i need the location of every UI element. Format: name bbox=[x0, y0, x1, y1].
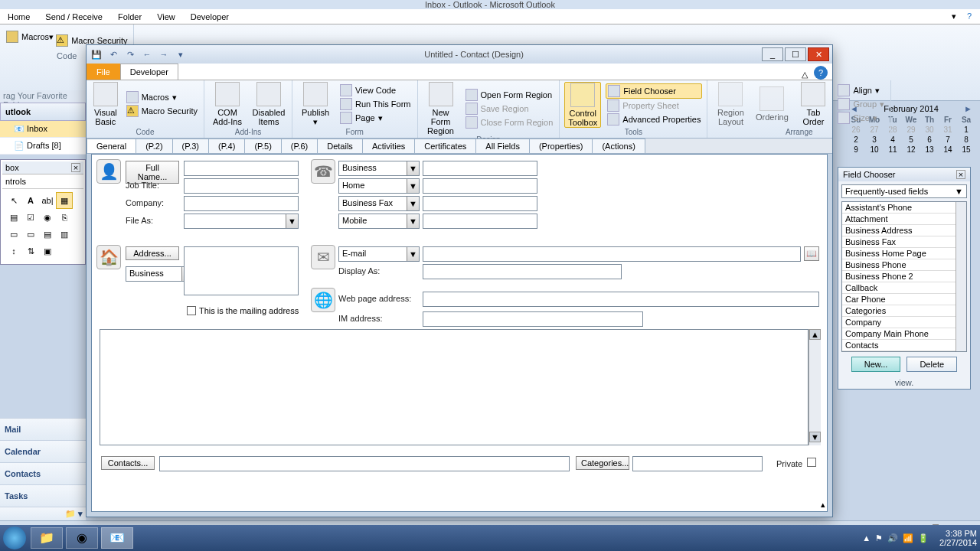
phone4-type-combo[interactable]: Mobile▼ bbox=[338, 214, 420, 229]
toggle-tool-icon[interactable]: ⎘ bbox=[56, 209, 73, 226]
expand-icon[interactable]: ▴ bbox=[821, 500, 825, 510]
back-icon[interactable]: ← bbox=[140, 47, 154, 61]
nav-inbox[interactable]: 📧 Inbox bbox=[0, 121, 86, 138]
system-tray[interactable]: ▲ ⚑ 🔊 📶 🔋 3:38 PM2/27/2014 bbox=[862, 529, 977, 547]
maximize-button[interactable]: ☐ bbox=[785, 47, 806, 61]
field-chooser-close-icon[interactable]: × bbox=[956, 170, 965, 179]
run-form-button[interactable]: Run This Form bbox=[338, 97, 413, 111]
list-item[interactable]: Business Fax bbox=[842, 236, 966, 248]
macros-button[interactable]: Macros ▾ bbox=[125, 90, 199, 104]
phone1-type-combo[interactable]: Business▼ bbox=[338, 161, 420, 176]
page-tab-p5[interactable]: (P.5) bbox=[244, 139, 281, 153]
phone3-input[interactable] bbox=[423, 196, 537, 211]
page-tab-p4[interactable]: (P.4) bbox=[208, 139, 245, 153]
private-checkbox[interactable] bbox=[807, 458, 816, 467]
option-tool-icon[interactable]: ◉ bbox=[39, 209, 56, 226]
display-as-input[interactable] bbox=[423, 264, 622, 279]
contacts-input[interactable] bbox=[159, 456, 570, 471]
field-category-combo[interactable]: Frequently-used fields▼ bbox=[841, 184, 967, 198]
list-item[interactable]: Attachment bbox=[842, 214, 966, 225]
contacts-button[interactable]: Contacts... bbox=[101, 456, 155, 470]
delete-field-button[interactable]: Delete bbox=[906, 357, 957, 372]
nav-configure-icon[interactable]: 📁 ▾ bbox=[0, 507, 86, 520]
email-input[interactable] bbox=[423, 246, 801, 262]
tray-action-icon[interactable]: ⚑ bbox=[875, 533, 883, 543]
tray-power-icon[interactable]: 🔋 bbox=[918, 533, 929, 543]
tray-network-icon[interactable]: 📶 bbox=[903, 533, 913, 543]
company-input[interactable] bbox=[184, 196, 299, 211]
windows-taskbar[interactable]: 📁 ◉ 📧 ▲ ⚑ 🔊 📶 🔋 3:38 PM2/27/2014 bbox=[0, 525, 980, 551]
page-tab-details[interactable]: Details bbox=[317, 139, 363, 153]
list-item[interactable]: Company Main Phone bbox=[842, 328, 966, 340]
nav-account-header[interactable]: utlook bbox=[0, 103, 86, 121]
taskbar-chrome-icon[interactable]: ◉ bbox=[66, 527, 98, 549]
phone2-type-combo[interactable]: Home▼ bbox=[338, 178, 420, 194]
list-item[interactable]: Callback bbox=[842, 282, 966, 294]
full-name-input[interactable] bbox=[184, 161, 299, 176]
disabled-items-button[interactable]: Disabled Items bbox=[250, 82, 287, 126]
nav-drafts[interactable]: 📄 Drafts [8] bbox=[0, 138, 86, 155]
tab-folder[interactable]: Folder bbox=[110, 10, 149, 24]
address-button[interactable]: Address... bbox=[126, 246, 179, 260]
undo-icon[interactable]: ↶ bbox=[106, 47, 120, 61]
web-page-input[interactable] bbox=[423, 292, 819, 307]
start-button[interactable] bbox=[3, 527, 26, 549]
controls-tab[interactable]: ntrols bbox=[2, 174, 83, 189]
tab-tool-icon[interactable]: ▤ bbox=[39, 226, 56, 243]
multipage-tool-icon[interactable]: ▥ bbox=[56, 226, 73, 243]
nav-mail[interactable]: Mail bbox=[0, 418, 86, 440]
com-addins-button[interactable]: COM Add-Ins bbox=[209, 82, 246, 126]
list-item[interactable]: Categories bbox=[842, 305, 966, 317]
page-dropdown[interactable]: Page ▾ bbox=[338, 111, 413, 125]
field-list[interactable]: Assistant's Phone Attachment Business Ad… bbox=[841, 201, 967, 352]
frame-tool-icon[interactable]: ▭ bbox=[5, 226, 22, 243]
macros-dropdown[interactable]: Macros ▾ bbox=[6, 31, 54, 43]
list-item[interactable]: Company bbox=[842, 317, 966, 328]
notes-textarea[interactable] bbox=[100, 329, 808, 445]
pointer-tool-icon[interactable]: ↖ bbox=[5, 192, 22, 209]
qat-custom-icon[interactable]: ▾ bbox=[174, 47, 188, 61]
ribbon-macro-security-button[interactable]: ⚠Macro Security bbox=[125, 104, 199, 118]
list-item[interactable]: Business Address bbox=[842, 225, 966, 236]
scrollbar-tool-icon[interactable]: ↕ bbox=[5, 243, 22, 259]
page-tab-certificates[interactable]: Certificates bbox=[414, 139, 476, 153]
page-tab-properties[interactable]: (Properties) bbox=[529, 139, 593, 153]
list-item[interactable]: Business Phone bbox=[842, 259, 966, 271]
field-chooser-button[interactable]: Field Chooser bbox=[606, 83, 702, 99]
collapse-ribbon-icon[interactable]: △ bbox=[802, 70, 808, 80]
page-tab-p3[interactable]: (P.3) bbox=[172, 139, 209, 153]
publish-button[interactable]: Publish▾ bbox=[297, 82, 334, 126]
tab-home[interactable]: Home bbox=[0, 10, 38, 24]
taskbar-outlook-icon[interactable]: 📧 bbox=[101, 527, 133, 549]
field-chooser-panel[interactable]: Field Chooser× Frequently-used fields▼ A… bbox=[838, 167, 971, 390]
tray-volume-icon[interactable]: 🔊 bbox=[887, 533, 898, 543]
advanced-properties-button[interactable]: Advanced Properties bbox=[606, 112, 702, 126]
developer-tab[interactable]: Developer bbox=[120, 64, 178, 80]
list-item[interactable]: Assistant's Phone bbox=[842, 202, 966, 214]
minimize-button[interactable]: _ bbox=[762, 47, 783, 61]
field-list-scrollbar[interactable] bbox=[956, 202, 966, 351]
phone3-type-combo[interactable]: Business Fax▼ bbox=[338, 196, 420, 211]
list-item[interactable]: Car Phone bbox=[842, 294, 966, 305]
taskbar-explorer-icon[interactable]: 📁 bbox=[31, 527, 63, 549]
taskbar-clock[interactable]: 3:38 PM2/27/2014 bbox=[939, 529, 977, 547]
list-item[interactable]: Contacts bbox=[842, 340, 966, 351]
job-title-input[interactable] bbox=[184, 178, 299, 194]
phone2-input[interactable] bbox=[423, 178, 537, 194]
tab-send-receive[interactable]: Send / Receive bbox=[38, 10, 110, 24]
page-tab-allfields[interactable]: All Fields bbox=[475, 139, 530, 153]
nav-tasks[interactable]: Tasks bbox=[0, 484, 86, 507]
command-tool-icon[interactable]: ▭ bbox=[22, 226, 39, 243]
label-tool-icon[interactable]: A bbox=[22, 192, 39, 209]
list-item[interactable]: Business Phone 2 bbox=[842, 271, 966, 282]
open-form-region-button[interactable]: Open Form Region bbox=[464, 88, 555, 102]
close-icon[interactable]: × bbox=[71, 163, 80, 172]
im-input[interactable] bbox=[423, 311, 643, 327]
contact-photo-icon[interactable]: 👤 bbox=[96, 159, 121, 184]
address-book-button[interactable]: 📖 bbox=[804, 246, 819, 261]
checkbox-tool-icon[interactable]: ☑ bbox=[22, 209, 39, 226]
tab-developer[interactable]: Developer bbox=[183, 10, 237, 24]
page-tab-activities[interactable]: Activities bbox=[362, 139, 415, 153]
page-tab-p2[interactable]: (P.2) bbox=[136, 139, 172, 153]
file-as-combo[interactable]: ▼ bbox=[184, 214, 299, 229]
